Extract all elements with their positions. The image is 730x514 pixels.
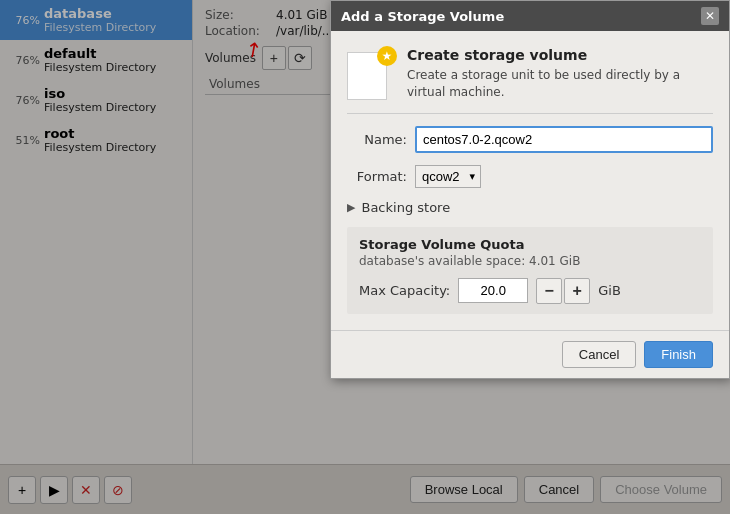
decrease-button[interactable]: − <box>536 278 562 304</box>
quota-row: Max Capacity: − + GiB <box>359 278 701 304</box>
modal-close-button[interactable]: ✕ <box>701 7 719 25</box>
modal-finish-button[interactable]: Finish <box>644 341 713 368</box>
create-section: ★ Create storage volume Create a storage… <box>347 47 713 114</box>
quota-subtitle: database's available space: 4.01 GiB <box>359 254 701 268</box>
max-capacity-label: Max Capacity: <box>359 283 450 298</box>
backing-store-row[interactable]: ▶ Backing store <box>347 200 713 215</box>
name-row: Name: <box>347 126 713 153</box>
create-title: Create storage volume <box>407 47 713 63</box>
modal-body: ★ Create storage volume Create a storage… <box>331 31 729 330</box>
format-select-wrapper: qcow2 raw vmdk vdi <box>415 165 481 188</box>
quota-title: Storage Volume Quota <box>359 237 701 252</box>
create-desc: Create a storage unit to be used directl… <box>407 67 713 101</box>
modal-title: Add a Storage Volume <box>341 9 504 24</box>
format-label: Format: <box>347 169 407 184</box>
doc-icon-star: ★ <box>377 46 397 66</box>
quota-section: Storage Volume Quota database's availabl… <box>347 227 713 314</box>
backing-store-label: Backing store <box>361 200 450 215</box>
capacity-unit: GiB <box>598 283 621 298</box>
create-text: Create storage volume Create a storage u… <box>407 47 713 101</box>
quota-stepper: − + <box>536 278 590 304</box>
modal-dialog: Add a Storage Volume ✕ ★ Create storage … <box>330 0 730 379</box>
format-select[interactable]: qcow2 raw vmdk vdi <box>415 165 481 188</box>
format-row: Format: qcow2 raw vmdk vdi <box>347 165 713 188</box>
modal-cancel-button[interactable]: Cancel <box>562 341 636 368</box>
doc-icon: ★ <box>347 48 395 100</box>
modal-overlay: Add a Storage Volume ✕ ★ Create storage … <box>0 0 730 514</box>
name-input[interactable] <box>415 126 713 153</box>
name-label: Name: <box>347 132 407 147</box>
modal-titlebar: Add a Storage Volume ✕ <box>331 1 729 31</box>
modal-footer: Cancel Finish <box>331 330 729 378</box>
increase-button[interactable]: + <box>564 278 590 304</box>
backing-store-arrow-icon: ▶ <box>347 201 355 214</box>
max-capacity-input[interactable] <box>458 278 528 303</box>
main-window: 76% database Filesystem Directory 76% de… <box>0 0 730 514</box>
